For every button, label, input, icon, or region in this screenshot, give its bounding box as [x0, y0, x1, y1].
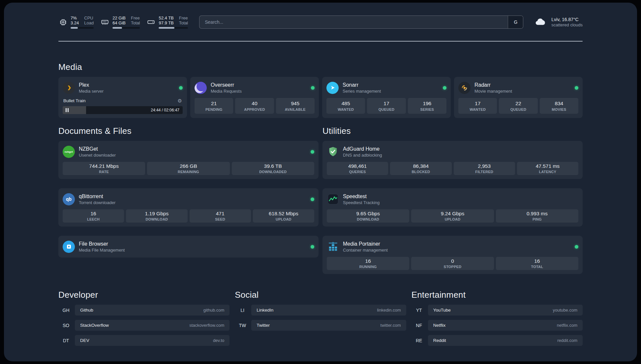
service-name: Plex — [79, 82, 104, 88]
filebrowser-icon — [63, 241, 75, 253]
stat-tile: 834 MOVIES — [540, 98, 578, 114]
service-card-sonarr[interactable]: Sonarr Series management 485 WANTED — [322, 77, 451, 118]
cpu-values: 7% 3.24 — [71, 15, 79, 25]
stat-tile: 16 LEECH — [63, 209, 124, 223]
bookmark-name: YouTube — [433, 308, 451, 313]
memory-progress-fill — [112, 27, 122, 29]
stat-tile: 22 QUEUED — [499, 98, 537, 114]
bookmark-linkedin[interactable]: LI LinkedIn linkedin.com — [235, 305, 406, 316]
now-playing-title: Bullet Train — [63, 98, 86, 103]
memory-values: 22 GiB 64 GiB — [112, 15, 126, 25]
section-title-developer: Developer — [58, 290, 229, 300]
stat-tile: 471 SEED — [190, 209, 251, 223]
search-provider-button[interactable]: G — [508, 16, 523, 28]
bookmark-name: LinkedIn — [257, 308, 273, 313]
adguard-icon — [327, 146, 339, 158]
bookmark-twitter[interactable]: TW Twitter twitter.com — [235, 320, 406, 331]
settings-gear-icon[interactable] — [178, 98, 182, 103]
bookmark-url: youtube.com — [553, 308, 577, 313]
bookmark-netflix[interactable]: NF Netflix netflix.com — [412, 320, 583, 331]
service-name: Overseerr — [211, 82, 242, 88]
stat-tile: 16 RUNNING — [327, 257, 409, 270]
stat-tile: 16 TOTAL — [496, 257, 578, 270]
cpu-progress-track — [71, 27, 94, 29]
service-subtitle: Media Requests — [211, 89, 242, 94]
stat-tile: 744.21 Mbps RATE — [63, 162, 145, 175]
qbittorrent-icon: qb — [63, 193, 75, 205]
cloud-icon — [534, 17, 548, 27]
stat-tile: 196 SERIES — [408, 98, 446, 114]
service-card-qbittorrent[interactable]: qb qBittorrent Torrent downloader 16 — [58, 188, 319, 227]
service-card-radarr[interactable]: Radarr Movie management 17 WANTED 2 — [454, 77, 583, 118]
service-subtitle: Torrent downloader — [79, 200, 115, 205]
section-title-entertainment: Entertainment — [412, 290, 583, 300]
stat-tile: 945 AVAILABLE — [276, 98, 315, 114]
bookmark-github[interactable]: GH Github github.com — [58, 305, 229, 316]
bookmark-abbr: YT — [412, 305, 427, 316]
disk-labels: Free Total — [179, 15, 188, 25]
bookmark-abbr: RE — [412, 335, 427, 346]
bookmark-reddit[interactable]: RE Reddit reddit.com — [412, 335, 583, 346]
disk-progress-fill — [159, 27, 174, 29]
bookmark-name: DEV — [80, 338, 89, 343]
bookmark-url: github.com — [203, 308, 225, 313]
service-subtitle: DNS and adblocking — [343, 153, 382, 158]
pause-icon[interactable] — [66, 108, 69, 112]
service-subtitle: Container management — [343, 248, 388, 253]
status-dot — [311, 150, 314, 154]
service-card-adguard[interactable]: AdGuard Home DNS and adblocking 498,461 … — [322, 141, 583, 179]
cpu-progress-fill — [71, 27, 78, 29]
status-dot — [311, 245, 314, 249]
service-card-portainer[interactable]: Media Portainer Container management 16 … — [322, 236, 583, 274]
service-card-nzbget[interactable]: nzbget NZBGet Usenet downloader 744.21 M… — [58, 141, 319, 179]
bookmark-url: stackoverflow.com — [189, 323, 224, 328]
disk-values: 52.4 TB 97.9 TB — [159, 15, 173, 25]
status-dot — [311, 197, 314, 201]
service-name: Sonarr — [343, 82, 381, 88]
bookmark-group-entertainment: Entertainment YT YouTube youtube.com NF … — [412, 290, 583, 346]
header-divider — [58, 41, 583, 42]
service-subtitle: Speedtest Tracking — [343, 200, 380, 205]
memory-progress-track — [112, 27, 140, 29]
bookmark-abbr: SO — [58, 320, 74, 331]
service-card-plex[interactable]: Plex Media server Bullet Train — [58, 77, 187, 118]
stat-tile: 1.19 Gbps DOWNLOAD — [126, 209, 187, 223]
bookmark-stackoverflow[interactable]: SO StackOverflow stackoverflow.com — [58, 320, 229, 331]
bookmark-dev[interactable]: DT DEV dev.to — [58, 335, 229, 346]
weather-location: Lviv, 16.87°C — [551, 16, 583, 22]
service-name: AdGuard Home — [343, 146, 382, 152]
weather-condition: scattered clouds — [551, 22, 583, 28]
section-utilities: Utilities AdGuard Home DNS and adblockin… — [322, 126, 583, 274]
status-dot — [575, 245, 578, 249]
service-subtitle: Media server — [79, 89, 104, 94]
screen: 7% 3.24 CPU Load — [0, 0, 641, 364]
overseerr-icon — [195, 82, 207, 94]
stat-tile: 21 PENDING — [195, 98, 233, 114]
stat-tile: 17 QUEUED — [367, 98, 406, 114]
cpu-widget: 7% 3.24 CPU Load — [58, 15, 94, 29]
bookmark-name: Reddit — [433, 338, 446, 343]
section-documents: Documents & Files nzbget NZBGet Usenet d… — [58, 126, 319, 274]
cpu-chip-icon — [58, 18, 68, 26]
search-bar: G — [199, 15, 523, 29]
section-media: Media Plex Media server — [58, 62, 583, 118]
nzbget-icon: nzbget — [63, 146, 75, 158]
playback-progress-bar[interactable]: 24:44 / 02:06:47 — [63, 106, 183, 114]
service-card-speedtest[interactable]: Speedtest Speedtest Tracking 9.65 Gbps D… — [322, 188, 583, 227]
search-input[interactable] — [199, 16, 508, 28]
section-title-social: Social — [235, 290, 406, 300]
section-title-utilities: Utilities — [322, 126, 583, 136]
stat-tile: 39.6 TB DOWNLOADED — [232, 162, 314, 175]
memory-icon — [100, 18, 109, 26]
bookmark-abbr: GH — [58, 305, 74, 316]
bookmark-name: Netflix — [433, 323, 446, 328]
bookmark-youtube[interactable]: YT YouTube youtube.com — [412, 305, 583, 316]
stat-tile: 9.24 Gbps UPLOAD — [411, 209, 494, 223]
section-title-media: Media — [58, 62, 583, 72]
service-name: qBittorrent — [79, 193, 115, 199]
portainer-icon — [327, 241, 339, 253]
playback-time: 24:44 / 02:06:47 — [151, 108, 179, 112]
service-card-overseerr[interactable]: Overseerr Media Requests 21 PENDING — [190, 77, 319, 118]
service-card-filebrowser[interactable]: File Browser Media File Management — [58, 236, 319, 258]
radarr-icon — [458, 82, 471, 94]
